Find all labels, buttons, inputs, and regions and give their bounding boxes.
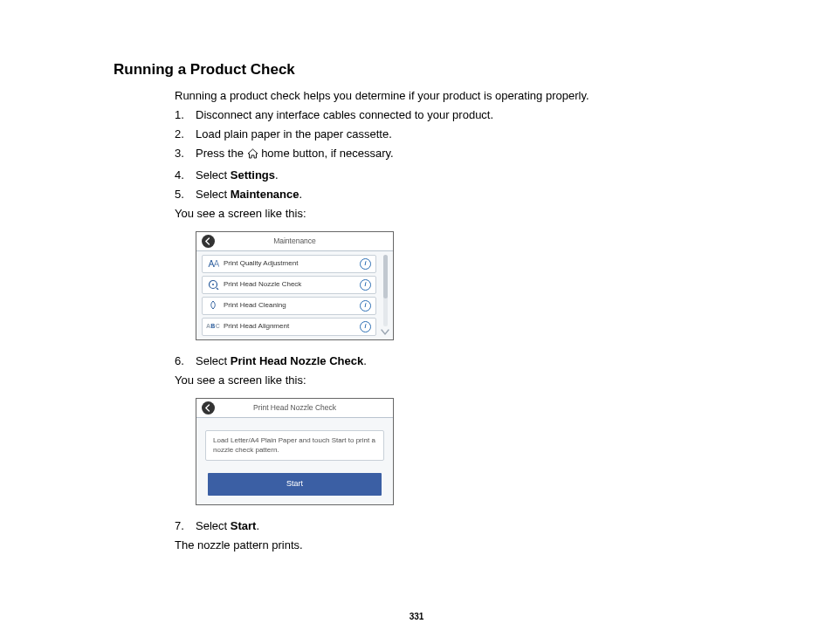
step-5-subtext: You see a screen like this: — [175, 205, 737, 223]
step-2: 2. Load plain paper in the paper cassett… — [175, 126, 737, 143]
info-icon[interactable]: i — [360, 300, 371, 312]
step-4-text: Select Settings. — [196, 167, 737, 184]
nozzle-message: Load Letter/A4 Plain Paper and touch Sta… — [205, 430, 384, 461]
step-6: 6. Select Print Head Nozzle Check. — [175, 353, 737, 370]
screen-title: Print Head Nozzle Check — [215, 402, 388, 414]
menu-item-cleaning[interactable]: Print Head Cleaning i — [202, 297, 376, 315]
home-icon — [247, 147, 258, 164]
svg-point-2 — [212, 284, 214, 285]
step-7-text: Select Start. — [196, 517, 737, 535]
maintenance-menu: Print Quality Adjustment i Print Head No… — [202, 255, 376, 336]
menu-item-print-quality[interactable]: Print Quality Adjustment i — [202, 255, 376, 273]
screen-header: Print Head Nozzle Check — [196, 399, 393, 418]
step-6-text: Select Print Head Nozzle Check. — [196, 353, 737, 370]
back-icon[interactable] — [202, 401, 215, 414]
step-6-subtext: You see a screen like this: — [175, 372, 737, 389]
scrollbar[interactable] — [380, 255, 390, 336]
maintenance-screen: Maintenance Print Quality Adjustment i P… — [196, 231, 394, 340]
step-5: 5. Select Maintenance. — [175, 186, 737, 203]
step-7-subtext: The nozzle pattern prints. — [175, 537, 737, 554]
step-4: 4. Select Settings. — [175, 167, 737, 184]
step-5-text: Select Maintenance. — [196, 186, 737, 203]
step-3-text: Press the home button, if necessary. — [196, 145, 737, 164]
step-7: 7. Select Start. — [175, 517, 737, 535]
menu-label: Print Head Cleaning — [224, 300, 360, 311]
menu-item-alignment[interactable]: ABC Print Head Alignment i — [202, 318, 376, 336]
page-heading: Running a Product Check — [114, 61, 737, 79]
info-icon[interactable]: i — [360, 321, 371, 332]
cleaning-icon — [207, 300, 219, 311]
menu-label: Print Head Alignment — [224, 321, 360, 332]
steps-list: 6. Select Print Head Nozzle Check. — [175, 353, 737, 370]
page-number: 331 — [0, 612, 833, 621]
nozzle-icon — [207, 279, 219, 290]
steps-list: 1. Disconnect any interface cables conne… — [175, 106, 737, 203]
svg-line-1 — [217, 288, 218, 290]
back-icon[interactable] — [202, 235, 215, 248]
menu-item-nozzle-check[interactable]: Print Head Nozzle Check i — [202, 276, 376, 294]
intro-text: Running a product check helps you determ… — [175, 87, 737, 105]
step-2-text: Load plain paper in the paper cassette. — [196, 126, 737, 143]
info-icon[interactable]: i — [360, 279, 371, 291]
quality-icon — [207, 258, 219, 269]
steps-list: 7. Select Start. — [175, 517, 737, 535]
step-1-text: Disconnect any interface cables connecte… — [196, 106, 737, 124]
chevron-down-icon — [381, 329, 389, 336]
start-button[interactable]: Start — [208, 473, 382, 496]
step-1: 1. Disconnect any interface cables conne… — [175, 106, 737, 124]
alignment-icon: ABC — [207, 321, 219, 332]
screen-title: Maintenance — [215, 236, 388, 247]
nozzle-check-screen: Print Head Nozzle Check Load Letter/A4 P… — [196, 398, 394, 505]
menu-label: Print Head Nozzle Check — [224, 279, 360, 290]
menu-label: Print Quality Adjustment — [224, 258, 360, 269]
step-3: 3. Press the home button, if necessary. — [175, 145, 737, 164]
info-icon[interactable]: i — [360, 258, 371, 270]
screen-header: Maintenance — [196, 232, 393, 251]
